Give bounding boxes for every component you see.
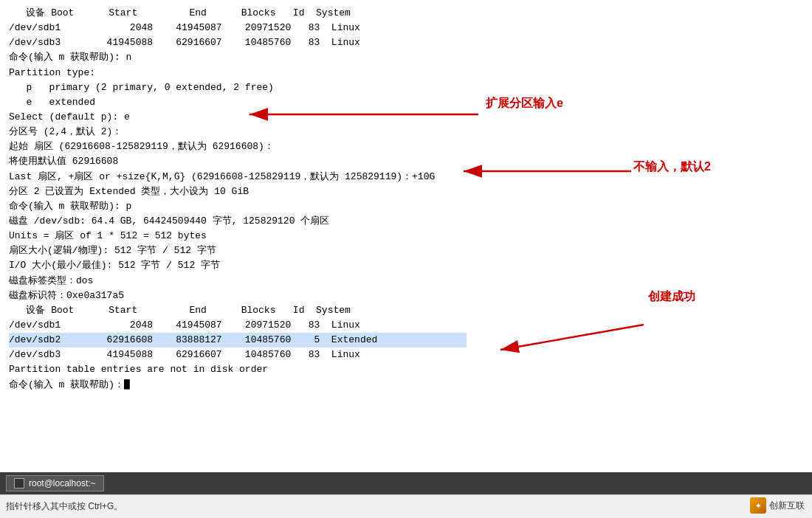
terminal-line: I/O 大小(最小/最佳): 512 字节 / 512 字节	[9, 258, 803, 273]
terminal-line: Units = 扇区 of 1 * 512 = 512 bytes	[9, 229, 803, 244]
terminal-line: Partition table entries are not in disk …	[9, 362, 803, 377]
terminal-line: Partition type:	[9, 66, 803, 80]
terminal-line: /dev/sdb3 41945088 62916607 10485760 83 …	[9, 35, 803, 50]
terminal-line: 起始 扇区 (62916608-125829119，默认为 62916608)：	[9, 139, 803, 154]
brand-icon: ✦	[750, 497, 766, 514]
terminal-line: 扇区大小(逻辑/物理): 512 字节 / 512 字节	[9, 244, 803, 258]
taskbar-label: root@localhost:~	[29, 478, 96, 488]
terminal-line: /dev/sdb3 41945088 62916607 10485760 83 …	[9, 348, 803, 362]
terminal-line: 设备 Boot Start End Blocks Id System	[9, 303, 803, 318]
taskbar-item[interactable]: root@localhost:~	[6, 475, 104, 491]
terminal-line: 磁盘标签类型：dos	[9, 274, 803, 289]
statusbar-hint: 指针针移入其中或按 Ctrl+G。	[6, 500, 123, 513]
terminal-line: 设备 Boot Start End Blocks Id System	[9, 6, 803, 21]
terminal-line: 分区 2 已设置为 Extended 类型，大小设为 10 GiB	[9, 184, 803, 199]
terminal-line: 命令(输入 m 获取帮助)：█	[9, 378, 803, 393]
terminal-line: 将使用默认值 62916608	[9, 154, 803, 169]
terminal-line: p primary (2 primary, 0 extended, 2 free…	[9, 80, 803, 95]
taskbar: root@localhost:~	[0, 472, 812, 494]
terminal-line: 磁盘 /dev/sdb: 64.4 GB, 64424509440 字节, 12…	[9, 214, 803, 229]
terminal-line: Last 扇区, +扇区 or +size{K,M,G} (62916608-1…	[9, 170, 803, 184]
terminal-icon	[14, 478, 24, 488]
terminal-line: /dev/sdb1 2048 41945087 20971520 83 Linu…	[9, 21, 803, 35]
terminal: 设备 Boot Start End Blocks Id System/dev/s…	[0, 0, 812, 472]
terminal-line: 磁盘标识符：0xe0a317a5	[9, 289, 803, 303]
terminal-line: 命令(输入 m 获取帮助): n	[9, 50, 803, 65]
terminal-line: Select (default p): e	[9, 110, 803, 125]
terminal-line: e extended	[9, 95, 803, 110]
brand-logo: ✦ 创新互联	[750, 497, 805, 514]
terminal-line: /dev/sdb1 2048 41945087 20971520 83 Linu…	[9, 318, 803, 333]
terminal-line: /dev/sdb2 62916608 83888127 10485760 5 E…	[9, 333, 803, 348]
terminal-line: 命令(输入 m 获取帮助): p	[9, 199, 803, 214]
brand-text: 创新互联	[769, 500, 805, 512]
statusbar: 指针针移入其中或按 Ctrl+G。 ✦ 创新互联	[0, 494, 812, 518]
terminal-line: 分区号 (2,4，默认 2)：	[9, 125, 803, 139]
